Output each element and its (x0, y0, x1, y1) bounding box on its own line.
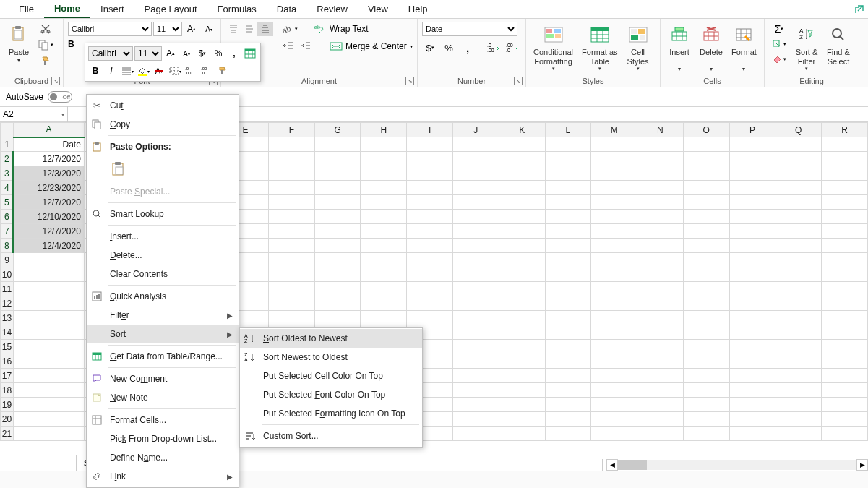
row-header[interactable]: 12 (1, 296, 14, 311)
cell[interactable] (683, 195, 729, 210)
cell[interactable] (407, 137, 453, 152)
cell[interactable] (591, 210, 637, 224)
cell[interactable] (775, 166, 822, 181)
cell[interactable]: 12/7/2020 (13, 152, 84, 166)
cell[interactable] (822, 195, 868, 210)
cell[interactable] (452, 267, 499, 282)
cell[interactable] (822, 137, 868, 152)
cell[interactable] (545, 282, 591, 296)
cell[interactable] (729, 340, 775, 354)
cell[interactable]: 12/3/2020 (13, 166, 84, 181)
tab-review[interactable]: Review (306, 1, 358, 17)
column-header[interactable]: G (314, 123, 361, 137)
cell[interactable] (683, 354, 729, 369)
increase-font-icon[interactable]: A▴ (184, 22, 199, 36)
cell[interactable] (452, 354, 499, 369)
cell[interactable]: 12/7/2020 (13, 195, 84, 210)
cell[interactable] (637, 354, 684, 369)
cell[interactable] (361, 311, 407, 325)
mini-font-size[interactable]: 11 (134, 46, 162, 61)
tab-home[interactable]: Home (44, 0, 90, 18)
cell[interactable] (637, 412, 684, 427)
cell[interactable] (452, 282, 499, 296)
cell[interactable] (545, 325, 591, 340)
tab-formulas[interactable]: Formulas (207, 1, 267, 17)
row-header[interactable]: 21 (1, 427, 14, 441)
cell[interactable] (822, 340, 868, 354)
cell[interactable] (268, 210, 314, 224)
cell[interactable] (13, 282, 84, 296)
cell[interactable] (452, 427, 499, 441)
row-header[interactable]: 6 (1, 210, 14, 224)
cell[interactable] (499, 354, 545, 369)
cell[interactable] (268, 195, 314, 210)
ctx-format-cells[interactable]: Format Cells... (87, 411, 239, 429)
row-header[interactable]: 2 (1, 152, 14, 166)
cell[interactable]: 12/10/2020 (13, 210, 84, 224)
cell[interactable] (499, 137, 545, 152)
row-header[interactable]: 20 (1, 412, 14, 427)
cell[interactable] (591, 325, 637, 340)
cell[interactable] (683, 412, 729, 427)
cell[interactable] (499, 427, 545, 441)
ctx-delete[interactable]: Delete... (87, 246, 239, 265)
cell[interactable] (545, 166, 591, 181)
cell[interactable] (314, 253, 361, 267)
cell[interactable] (314, 282, 361, 296)
cell[interactable] (591, 224, 637, 239)
cell[interactable] (775, 427, 822, 441)
find-select-button[interactable]: Find & Select (824, 22, 853, 67)
cell[interactable] (407, 224, 453, 239)
cell[interactable] (545, 369, 591, 383)
cell[interactable] (268, 253, 314, 267)
cell[interactable] (268, 239, 314, 253)
cell[interactable] (822, 224, 868, 239)
cell[interactable] (637, 325, 684, 340)
cell[interactable] (637, 398, 684, 412)
cell[interactable] (822, 296, 868, 311)
cell[interactable]: 12/23/2020 (13, 181, 84, 195)
cell[interactable] (499, 383, 545, 398)
cell[interactable] (452, 412, 499, 427)
cell[interactable] (591, 166, 637, 181)
cell[interactable] (775, 383, 822, 398)
cell[interactable] (499, 340, 545, 354)
column-header[interactable]: K (499, 123, 545, 137)
cell[interactable]: 12/7/2020 (13, 224, 84, 239)
row-header[interactable]: 15 (1, 340, 14, 354)
cell[interactable] (637, 340, 684, 354)
cell[interactable] (775, 239, 822, 253)
cell[interactable] (775, 282, 822, 296)
cell[interactable] (452, 325, 499, 340)
cell[interactable] (775, 311, 822, 325)
cell[interactable] (775, 340, 822, 354)
cell[interactable] (545, 195, 591, 210)
cell[interactable] (361, 137, 407, 152)
cell[interactable] (822, 166, 868, 181)
cell[interactable] (591, 282, 637, 296)
sort-font-color[interactable]: Put Selected Font Color On Top (240, 385, 422, 404)
cell[interactable] (499, 166, 545, 181)
column-header[interactable]: H (361, 123, 407, 137)
tab-data[interactable]: Data (267, 1, 306, 17)
cell[interactable] (591, 267, 637, 282)
cell[interactable] (683, 340, 729, 354)
row-header[interactable]: 14 (1, 325, 14, 340)
cell[interactable] (775, 398, 822, 412)
cell[interactable] (683, 427, 729, 441)
cell[interactable] (13, 398, 84, 412)
cell[interactable] (361, 181, 407, 195)
scroll-left-icon[interactable]: ◀ (606, 459, 618, 471)
ctx-quick-analysis[interactable]: Quick Analysis (87, 287, 239, 306)
row-header[interactable]: 1 (1, 137, 14, 152)
orientation-icon[interactable]: ab▾ (282, 22, 298, 36)
cell[interactable] (452, 340, 499, 354)
cell[interactable] (775, 195, 822, 210)
row-header[interactable]: 5 (1, 195, 14, 210)
select-all-corner[interactable] (1, 123, 14, 137)
cell[interactable] (729, 253, 775, 267)
cell[interactable] (545, 181, 591, 195)
cell[interactable] (407, 282, 453, 296)
cell[interactable] (822, 253, 868, 267)
cell[interactable] (822, 369, 868, 383)
